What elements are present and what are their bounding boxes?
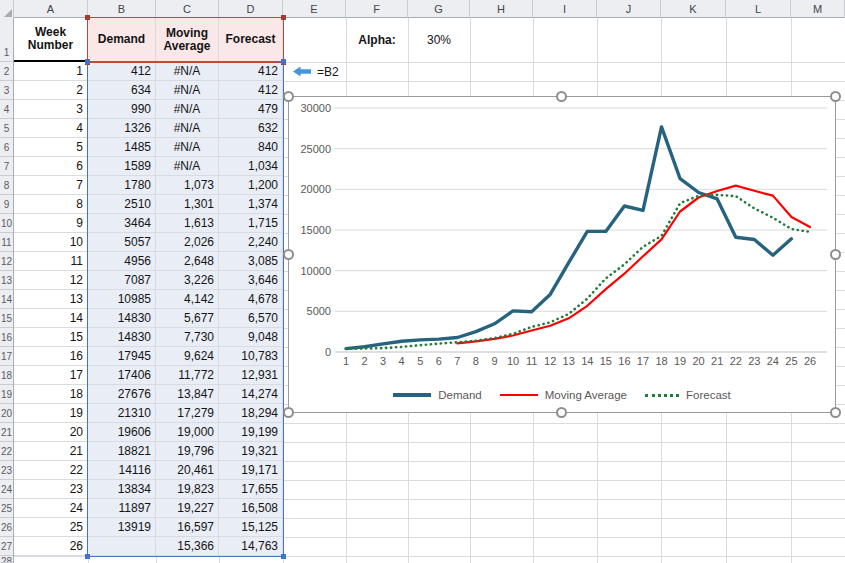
cell-r10c1[interactable]: 3464 <box>88 214 156 233</box>
cell-r19c2[interactable]: 13,847 <box>156 385 219 404</box>
cell-r24c0[interactable]: 23 <box>14 480 88 499</box>
cell-r4c3[interactable]: 479 <box>219 100 283 119</box>
cell-r4c2[interactable]: #N/A <box>156 100 219 119</box>
cell-r15c1[interactable]: 14830 <box>88 309 156 328</box>
cell-r13c3[interactable]: 3,646 <box>219 271 283 290</box>
cell-r11c1[interactable]: 5057 <box>88 233 156 252</box>
row-header-2[interactable]: 2 <box>0 62 13 81</box>
cell-r15c2[interactable]: 5,677 <box>156 309 219 328</box>
cell-r12c0[interactable]: 11 <box>14 252 88 271</box>
cell-r21c1[interactable]: 19606 <box>88 423 156 442</box>
row-header-3[interactable]: 3 <box>0 81 13 100</box>
row-header-18[interactable]: 18 <box>0 366 13 385</box>
cell-r19c1[interactable]: 27676 <box>88 385 156 404</box>
cell-r20c2[interactable]: 17,279 <box>156 404 219 423</box>
cell-r4c0[interactable]: 3 <box>14 100 88 119</box>
cell-r2c1[interactable]: 412 <box>88 62 156 81</box>
cell-r9c1[interactable]: 2510 <box>88 195 156 214</box>
cell-r4c1[interactable]: 990 <box>88 100 156 119</box>
cell-r16c2[interactable]: 7,730 <box>156 328 219 347</box>
row-header-23[interactable]: 23 <box>0 461 13 480</box>
cell-f1-alpha-label[interactable]: Alpha: <box>346 18 408 62</box>
chart-resize-handle[interactable] <box>830 407 841 418</box>
chart-resize-handle[interactable] <box>556 91 567 102</box>
legend-item-demand[interactable]: Demand <box>393 389 481 401</box>
row-header-15[interactable]: 15 <box>0 309 13 328</box>
cell-r18c3[interactable]: 12,931 <box>219 366 283 385</box>
row-header-21[interactable]: 21 <box>0 423 13 442</box>
cell-r27c0[interactable]: 26 <box>14 537 88 556</box>
row-header-1[interactable]: 1 <box>0 18 13 62</box>
cell-d1-forecast[interactable]: Forecast <box>219 18 283 62</box>
row-header-14[interactable]: 14 <box>0 290 13 309</box>
row-header-22[interactable]: 22 <box>0 442 13 461</box>
row-header-13[interactable]: 13 <box>0 271 13 290</box>
cell-r19c3[interactable]: 14,274 <box>219 385 283 404</box>
cell-r11c2[interactable]: 2,026 <box>156 233 219 252</box>
row-header-12[interactable]: 12 <box>0 252 13 271</box>
column-header-j[interactable]: J <box>597 0 661 18</box>
chart-resize-handle[interactable] <box>283 91 294 102</box>
chart-resize-handle[interactable] <box>830 91 841 102</box>
cell-r11c3[interactable]: 2,240 <box>219 233 283 252</box>
row-header-27[interactable]: 27 <box>0 537 13 556</box>
cell-r6c3[interactable]: 840 <box>219 138 283 157</box>
cell-r8c2[interactable]: 1,073 <box>156 176 219 195</box>
cell-r17c2[interactable]: 9,624 <box>156 347 219 366</box>
row-header-20[interactable]: 20 <box>0 404 13 423</box>
column-header-e[interactable]: E <box>283 0 346 18</box>
cell-r18c0[interactable]: 17 <box>14 366 88 385</box>
cell-r21c3[interactable]: 19,199 <box>219 423 283 442</box>
cell-r3c2[interactable]: #N/A <box>156 81 219 100</box>
cell-r22c0[interactable]: 21 <box>14 442 88 461</box>
column-header-i[interactable]: I <box>533 0 597 18</box>
cell-r25c1[interactable]: 11897 <box>88 499 156 518</box>
cell-g1-alpha-value[interactable]: 30% <box>408 18 470 62</box>
cell-r12c1[interactable]: 4956 <box>88 252 156 271</box>
cell-r3c0[interactable]: 2 <box>14 81 88 100</box>
cell-r14c3[interactable]: 4,678 <box>219 290 283 309</box>
column-header-k[interactable]: K <box>661 0 726 18</box>
cell-r20c1[interactable]: 21310 <box>88 404 156 423</box>
column-header-l[interactable]: L <box>726 0 791 18</box>
legend-item-forecast[interactable]: Forecast <box>645 389 731 401</box>
cell-r26c0[interactable]: 25 <box>14 518 88 537</box>
row-header-17[interactable]: 17 <box>0 347 13 366</box>
column-header-h[interactable]: H <box>470 0 533 18</box>
column-header-g[interactable]: G <box>408 0 470 18</box>
column-header-a[interactable]: A <box>14 0 88 18</box>
cell-r23c0[interactable]: 22 <box>14 461 88 480</box>
cell-r5c0[interactable]: 4 <box>14 119 88 138</box>
row-header-28[interactable]: 28 <box>0 556 13 563</box>
cell-r20c3[interactable]: 18,294 <box>219 404 283 423</box>
cell-r8c0[interactable]: 7 <box>14 176 88 195</box>
cell-r19c0[interactable]: 18 <box>14 385 88 404</box>
cell-r16c1[interactable]: 14830 <box>88 328 156 347</box>
cell-r7c0[interactable]: 6 <box>14 157 88 176</box>
cell-r13c2[interactable]: 3,226 <box>156 271 219 290</box>
row-header-25[interactable]: 25 <box>0 499 13 518</box>
chart-resize-handle[interactable] <box>283 407 294 418</box>
cell-r7c1[interactable]: 1589 <box>88 157 156 176</box>
cell-r7c2[interactable]: #N/A <box>156 157 219 176</box>
cell-r25c0[interactable]: 24 <box>14 499 88 518</box>
row-header-9[interactable]: 9 <box>0 195 13 214</box>
cell-r15c0[interactable]: 14 <box>14 309 88 328</box>
cell-r5c2[interactable]: #N/A <box>156 119 219 138</box>
cell-r22c2[interactable]: 19,796 <box>156 442 219 461</box>
cell-e2-formula[interactable]: =B2 <box>293 62 339 81</box>
cell-r14c2[interactable]: 4,142 <box>156 290 219 309</box>
cell-r17c1[interactable]: 17945 <box>88 347 156 366</box>
select-all-corner[interactable] <box>0 0 14 18</box>
cell-r6c2[interactable]: #N/A <box>156 138 219 157</box>
cell-r26c3[interactable]: 15,125 <box>219 518 283 537</box>
chart-resize-handle[interactable] <box>830 249 841 260</box>
cell-b1-demand[interactable]: Demand <box>88 18 156 62</box>
cell-c1-moving-average[interactable]: Moving Average <box>156 18 219 62</box>
cell-r9c0[interactable]: 8 <box>14 195 88 214</box>
cell-r12c2[interactable]: 2,648 <box>156 252 219 271</box>
cell-r17c3[interactable]: 10,783 <box>219 347 283 366</box>
chart-resize-handle[interactable] <box>556 407 567 418</box>
cell-r3c3[interactable]: 412 <box>219 81 283 100</box>
cell-r12c3[interactable]: 3,085 <box>219 252 283 271</box>
